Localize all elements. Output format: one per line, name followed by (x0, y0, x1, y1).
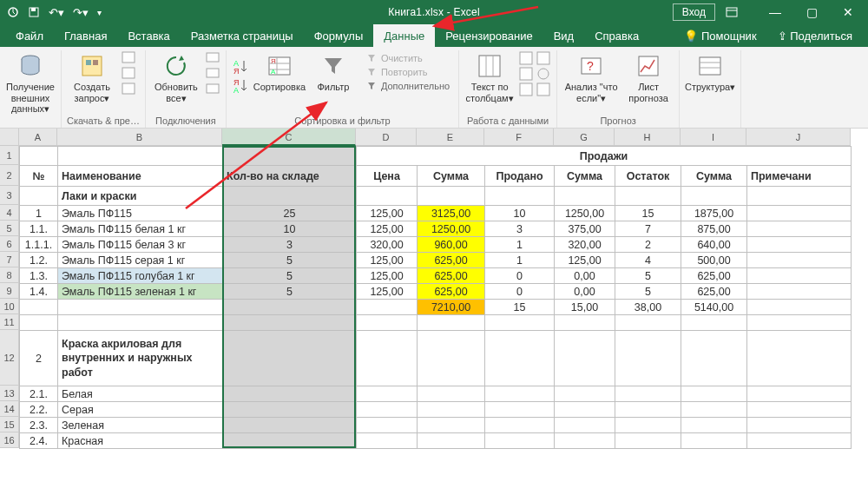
tab-file[interactable]: Файл (5, 24, 54, 47)
worksheet[interactable]: ABCDEFGHIJ 12345678910111213141516 Прода… (0, 129, 868, 449)
col-header-A[interactable]: A (19, 129, 57, 146)
structure-icon (696, 52, 724, 80)
row-header-16[interactable]: 16 (0, 432, 19, 448)
col-header-I[interactable]: I (681, 129, 746, 146)
tab-insert[interactable]: Вставка (117, 24, 180, 47)
svg-rect-30 (639, 56, 658, 76)
col-header-F[interactable]: F (484, 129, 554, 146)
forecast-sheet-button[interactable]: Лист прогноза (623, 50, 674, 105)
tab-view[interactable]: Вид (543, 24, 585, 47)
row-header-1[interactable]: 1 (0, 146, 19, 165)
tab-home[interactable]: Главная (54, 24, 117, 47)
svg-text:А: А (233, 86, 239, 94)
svg-rect-3 (727, 8, 737, 16)
qat-dropdown-icon[interactable]: ▾ (97, 8, 102, 17)
save-icon[interactable] (28, 6, 40, 18)
svg-rect-31 (700, 57, 720, 75)
svg-rect-13 (207, 84, 219, 93)
tab-review[interactable]: Рецензирование (435, 24, 542, 47)
col-header-E[interactable]: E (417, 129, 484, 146)
share-button[interactable]: ⇪ Поделиться (767, 30, 863, 43)
close-icon[interactable]: ✕ (835, 5, 861, 19)
sort-asc-button[interactable]: АЯ (232, 57, 251, 75)
row-header-3[interactable]: 3 (0, 186, 19, 205)
svg-rect-11 (207, 53, 219, 62)
tab-formulas[interactable]: Формулы (304, 24, 374, 47)
svg-rect-23 (537, 52, 549, 64)
whatif-icon: ? (577, 52, 605, 80)
svg-rect-26 (520, 83, 532, 96)
tell-me[interactable]: 💡 Помощник (674, 30, 766, 43)
svg-text:Я: Я (233, 67, 240, 75)
ribbon: Получение внешних данных▾ Создать запрос… (0, 47, 868, 129)
sort-icon: ЯА (266, 52, 293, 80)
col-header-C[interactable]: C (222, 129, 356, 146)
tab-page-layout[interactable]: Разметка страницы (181, 24, 304, 47)
clear-filter-button[interactable]: Очистить (365, 52, 450, 64)
row-header-4[interactable]: 4 (0, 205, 19, 221)
filter-icon (319, 52, 347, 80)
tab-help[interactable]: Справка (584, 24, 649, 47)
svg-text:Я: Я (271, 57, 276, 65)
whatif-button[interactable]: ? Анализ "что если"▾ (562, 50, 620, 105)
row-header-10[interactable]: 10 (0, 299, 19, 314)
svg-text:?: ? (587, 59, 594, 73)
database-icon (16, 52, 44, 80)
reapply-button[interactable]: Повторить (365, 66, 450, 78)
svg-rect-6 (86, 60, 91, 65)
get-external-data-button[interactable]: Получение внешних данных▾ (5, 50, 56, 116)
refresh-all-button[interactable]: Обновить все▾ (151, 50, 201, 105)
row-header-13[interactable]: 13 (0, 386, 19, 401)
row-header-2[interactable]: 2 (0, 165, 19, 186)
window-title: Книга1.xlsx - Excel (388, 6, 480, 18)
select-all-corner[interactable] (0, 129, 19, 146)
query-icon (78, 52, 106, 80)
svg-rect-2 (31, 8, 36, 11)
row-header-9[interactable]: 9 (0, 283, 19, 299)
row-header-6[interactable]: 6 (0, 236, 19, 252)
ribbon-options-icon[interactable] (726, 7, 752, 17)
col-header-H[interactable]: H (615, 129, 681, 146)
col-header-G[interactable]: G (554, 129, 615, 146)
row-header-15[interactable]: 15 (0, 417, 19, 432)
col-header-J[interactable]: J (746, 129, 851, 146)
row-header-14[interactable]: 14 (0, 401, 19, 417)
col-header-D[interactable]: D (356, 129, 417, 146)
svg-rect-9 (122, 68, 135, 78)
row-header-12[interactable]: 12 (0, 330, 19, 386)
data-tools-icons[interactable] (518, 50, 551, 97)
query-side-icons[interactable] (121, 50, 136, 96)
row-header-7[interactable]: 7 (0, 252, 19, 267)
ribbon-tabs: Файл Главная Вставка Разметка страницы Ф… (0, 24, 868, 47)
text-to-columns-button[interactable]: Текст по столбцам▾ (464, 50, 515, 105)
svg-point-25 (538, 69, 549, 79)
row-header-5[interactable]: 5 (0, 221, 19, 236)
login-button[interactable]: Вход (673, 3, 715, 21)
title-bar: ↶▾ ↷▾ ▾ Книга1.xlsx - Excel Вход — ▢ ✕ (0, 0, 868, 24)
filter-button[interactable]: Фильтр (308, 50, 358, 95)
svg-rect-27 (537, 83, 549, 96)
refresh-icon (162, 52, 190, 80)
row-header-11[interactable]: 11 (0, 314, 19, 330)
autosave-icon[interactable] (7, 6, 19, 18)
conn-side-icons[interactable] (205, 50, 220, 96)
row-header-8[interactable]: 8 (0, 267, 19, 283)
svg-rect-24 (520, 68, 532, 80)
tab-data[interactable]: Данные (373, 24, 435, 47)
maximize-icon[interactable]: ▢ (799, 5, 825, 19)
redo-icon[interactable]: ↷▾ (73, 6, 89, 19)
col-header-B[interactable]: B (57, 129, 222, 146)
sort-desc-button[interactable]: ЯА (232, 76, 251, 94)
advanced-filter-button[interactable]: Дополнительно (365, 80, 450, 92)
minimize-icon[interactable]: — (762, 5, 788, 19)
svg-rect-5 (82, 56, 102, 76)
sort-button[interactable]: ЯА Сортировка (254, 50, 305, 95)
structure-button[interactable]: Структура▾ (685, 50, 735, 95)
undo-icon[interactable]: ↶▾ (49, 6, 64, 19)
bulb-icon: 💡 (684, 30, 698, 43)
new-query-button[interactable]: Создать запрос▾ (67, 50, 117, 105)
svg-text:А: А (271, 68, 276, 76)
svg-rect-10 (122, 83, 135, 94)
svg-rect-22 (520, 52, 532, 64)
svg-rect-8 (122, 52, 135, 63)
